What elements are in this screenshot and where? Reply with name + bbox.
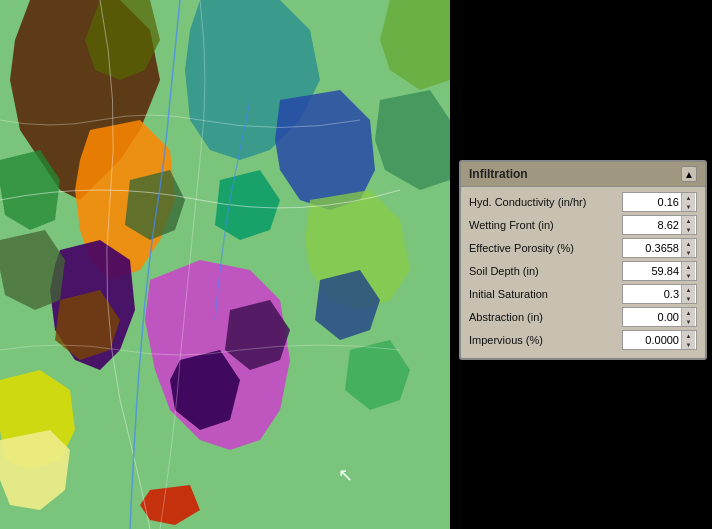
- param-input-hyd-conductivity[interactable]: [623, 195, 681, 209]
- param-label-initial-saturation: Initial Saturation: [469, 288, 622, 300]
- map-area: ↖: [0, 0, 450, 529]
- param-row-abstraction: Abstraction (in)▲▼: [469, 307, 697, 327]
- param-input-wetting-front[interactable]: [623, 218, 681, 232]
- spin-buttons-initial-saturation: ▲▼: [681, 285, 695, 303]
- param-input-wrapper-effective-porosity: ▲▼: [622, 238, 697, 258]
- spin-down-initial-saturation[interactable]: ▼: [682, 294, 695, 303]
- spin-up-soil-depth[interactable]: ▲: [682, 262, 695, 271]
- param-row-effective-porosity: Effective Porosity (%)▲▼: [469, 238, 697, 258]
- param-row-wetting-front: Wetting Front (in)▲▼: [469, 215, 697, 235]
- param-row-hyd-conductivity: Hyd. Conductivity (in/hr)▲▼: [469, 192, 697, 212]
- spin-buttons-wetting-front: ▲▼: [681, 216, 695, 234]
- param-row-impervious: Impervious (%)▲▼: [469, 330, 697, 350]
- param-input-wrapper-hyd-conductivity: ▲▼: [622, 192, 697, 212]
- param-input-impervious[interactable]: [623, 333, 681, 347]
- param-label-wetting-front: Wetting Front (in): [469, 219, 622, 231]
- spin-down-soil-depth[interactable]: ▼: [682, 271, 695, 280]
- param-label-effective-porosity: Effective Porosity (%): [469, 242, 622, 254]
- param-input-wrapper-soil-depth: ▲▼: [622, 261, 697, 281]
- spin-buttons-abstraction: ▲▼: [681, 308, 695, 326]
- param-input-wrapper-initial-saturation: ▲▼: [622, 284, 697, 304]
- infiltration-panel: Infiltration ▲ Hyd. Conductivity (in/hr)…: [459, 160, 707, 360]
- spin-up-wetting-front[interactable]: ▲: [682, 216, 695, 225]
- param-label-soil-depth: Soil Depth (in): [469, 265, 622, 277]
- param-input-soil-depth[interactable]: [623, 264, 681, 278]
- spin-up-effective-porosity[interactable]: ▲: [682, 239, 695, 248]
- spin-up-impervious[interactable]: ▲: [682, 331, 695, 340]
- spin-up-abstraction[interactable]: ▲: [682, 308, 695, 317]
- spin-buttons-soil-depth: ▲▼: [681, 262, 695, 280]
- param-row-initial-saturation: Initial Saturation▲▼: [469, 284, 697, 304]
- param-label-impervious: Impervious (%): [469, 334, 622, 346]
- spin-up-initial-saturation[interactable]: ▲: [682, 285, 695, 294]
- param-input-effective-porosity[interactable]: [623, 241, 681, 255]
- spin-down-hyd-conductivity[interactable]: ▼: [682, 202, 695, 211]
- infiltration-title: Infiltration: [469, 167, 528, 181]
- param-input-wrapper-wetting-front: ▲▼: [622, 215, 697, 235]
- spin-down-abstraction[interactable]: ▼: [682, 317, 695, 326]
- infiltration-body: Hyd. Conductivity (in/hr)▲▼Wetting Front…: [461, 187, 705, 358]
- param-label-hyd-conductivity: Hyd. Conductivity (in/hr): [469, 196, 622, 208]
- spin-down-effective-porosity[interactable]: ▼: [682, 248, 695, 257]
- infiltration-header: Infiltration ▲: [461, 162, 705, 187]
- param-input-wrapper-abstraction: ▲▼: [622, 307, 697, 327]
- param-label-abstraction: Abstraction (in): [469, 311, 622, 323]
- spin-up-hyd-conductivity[interactable]: ▲: [682, 193, 695, 202]
- spin-buttons-hyd-conductivity: ▲▼: [681, 193, 695, 211]
- spin-down-wetting-front[interactable]: ▼: [682, 225, 695, 234]
- right-panel: Infiltration ▲ Hyd. Conductivity (in/hr)…: [452, 0, 712, 529]
- spin-buttons-effective-porosity: ▲▼: [681, 239, 695, 257]
- spin-buttons-impervious: ▲▼: [681, 331, 695, 349]
- param-input-wrapper-impervious: ▲▼: [622, 330, 697, 350]
- param-input-initial-saturation[interactable]: [623, 287, 681, 301]
- map-svg: [0, 0, 450, 529]
- param-row-soil-depth: Soil Depth (in)▲▼: [469, 261, 697, 281]
- collapse-icon: ▲: [684, 169, 694, 180]
- collapse-button[interactable]: ▲: [681, 166, 697, 182]
- spin-down-impervious[interactable]: ▼: [682, 340, 695, 349]
- param-input-abstraction[interactable]: [623, 310, 681, 324]
